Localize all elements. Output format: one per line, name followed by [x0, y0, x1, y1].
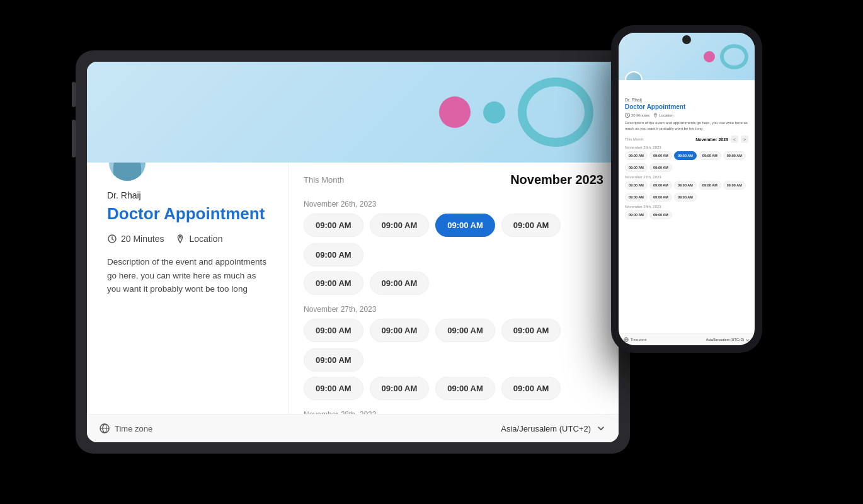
time-slot[interactable]: 09:00 AM: [370, 319, 430, 342]
appointment-title: Doctor Appointment: [107, 204, 268, 224]
phone-duration: 20 Minutes: [631, 113, 649, 117]
phone-doctor-name: Dr. Rhaij: [625, 98, 748, 102]
phone-date-label-nov27: November 27th, 2023: [625, 175, 748, 179]
phone-pill-decoration: [704, 51, 715, 62]
header-image-bg: [87, 62, 619, 163]
phone-time-slot[interactable]: 09:00 AM: [625, 163, 648, 172]
phone-date-label-nov26: November 26th, 2023: [625, 146, 748, 149]
left-panel-inner: Dr. Rhaij Doctor Appointment 2: [107, 163, 268, 296]
phone-this-month: This Month: [625, 137, 644, 141]
phone-time-slot[interactable]: 09:00 AM: [625, 210, 648, 219]
phone-duration-meta: 20 Minutes: [625, 113, 649, 118]
phone-time-slots-nov27-row2: 09:00 AM 09:00 AM 09:00 AM: [625, 193, 748, 202]
phone-time-slot[interactable]: 09:00 AM: [723, 151, 746, 160]
phone-time-slot[interactable]: 09:00 AM: [649, 151, 672, 160]
date-group-nov26: November 26th, 2023 09:00 AM 09:00 AM 09…: [304, 200, 603, 295]
phone-timezone-select[interactable]: Asia/Jerusalem (UTC+2): [706, 338, 750, 342]
phone-time-slot[interactable]: 09:00 AM: [625, 193, 648, 202]
svg-point-1: [180, 236, 181, 238]
phone-screen: Dr. Rhaij Doctor Appointment 20 Minutes: [619, 33, 755, 345]
date-label-nov26: November 26th, 2023: [304, 200, 603, 209]
timezone-select[interactable]: Asia/Jerusalem (UTC+2): [501, 423, 606, 433]
avatar-body: [113, 163, 141, 181]
time-slots-nov26: 09:00 AM 09:00 AM 09:00 AM 09:00 AM 09:0…: [304, 214, 603, 266]
phone-next-month-btn[interactable]: >: [741, 135, 748, 143]
time-slot[interactable]: 09:00 AM: [304, 319, 363, 342]
phone-timezone-left: Time zone: [624, 337, 646, 342]
tablet-button-top: [72, 82, 76, 107]
phone-meta-row: 20 Minutes Location: [625, 113, 748, 118]
phone-body[interactable]: Dr. Rhaij Doctor Appointment 20 Minutes: [619, 80, 755, 333]
phone-location-meta: Location: [653, 113, 673, 118]
phone-time-slot[interactable]: 09:00 AM: [649, 181, 672, 190]
phone-time-slot[interactable]: 09:00 AM: [649, 210, 672, 219]
timezone-label: Time zone: [115, 424, 152, 433]
time-slot-selected[interactable]: 09:00 AM: [435, 214, 495, 237]
phone-time-slots-nov26-row2: 09:00 AM 09:00 AM: [625, 163, 748, 172]
tablet-button-bottom: [72, 120, 76, 158]
description-text: Description of the event and appointment…: [107, 255, 268, 296]
location-meta: Location: [175, 234, 222, 244]
date-group-nov27: November 27th, 2023 09:00 AM 09:00 AM 09…: [304, 305, 603, 400]
phone-time-slot[interactable]: 09:00 AM: [674, 181, 697, 190]
phone-chevron-down-icon: [745, 338, 750, 342]
time-slot[interactable]: 09:00 AM: [370, 214, 430, 237]
globe-icon: [100, 423, 110, 433]
phone-time-slot[interactable]: 09:00 AM: [723, 181, 746, 190]
time-slot[interactable]: 09:00 AM: [304, 377, 363, 400]
phone-time-slots-nov26: 09:00 AM 09:00 AM 09:00 AM 09:00 AM 09:0…: [625, 151, 748, 160]
time-slot[interactable]: 09:00 AM: [304, 348, 363, 372]
time-slot[interactable]: 09:00 AM: [304, 243, 363, 266]
phone-prev-month-btn[interactable]: <: [731, 135, 738, 143]
time-slot[interactable]: 09:00 AM: [370, 377, 430, 400]
time-slot[interactable]: 09:00 AM: [501, 377, 561, 400]
time-slots-nov27-row2: 09:00 AM 09:00 AM 09:00 AM 09:00 AM: [304, 377, 603, 400]
phone-timezone-bar: Time zone Asia/Jerusalem (UTC+2): [619, 333, 755, 345]
tablet-device: Dr. Rhaij Doctor Appointment 2: [76, 50, 630, 454]
phone-timezone-value: Asia/Jerusalem (UTC+2): [706, 338, 744, 341]
svg-point-5: [655, 114, 656, 115]
timezone-bar: Time zone Asia/Jerusalem (UTC+2): [87, 414, 619, 442]
phone-location-icon: [653, 113, 658, 118]
phone-globe-icon: [624, 337, 629, 342]
calendar-header: This Month November 2023: [304, 173, 603, 187]
location-icon: [175, 234, 185, 244]
time-slots-nov26-row2: 09:00 AM 09:00 AM: [304, 272, 603, 295]
doctor-name: Dr. Rhaij: [107, 190, 268, 200]
date-label-nov27: November 27th, 2023: [304, 305, 603, 314]
phone-time-slot-selected[interactable]: 09:00 AM: [674, 151, 697, 160]
phone-description: Description of the event and appointment…: [625, 120, 748, 132]
pill-decoration-2: [483, 101, 505, 123]
time-slot[interactable]: 09:00 AM: [501, 319, 561, 342]
tablet-screen: Dr. Rhaij Doctor Appointment 2: [87, 62, 619, 442]
left-panel: Dr. Rhaij Doctor Appointment 2: [87, 163, 289, 414]
phone-date-group-nov26: November 26th, 2023 09:00 AM 09:00 AM 09…: [625, 146, 748, 172]
right-panel-calendar[interactable]: This Month November 2023 November 26th, …: [289, 163, 619, 414]
phone-device: Dr. Rhaij Doctor Appointment 20 Minutes: [611, 25, 762, 353]
phone-time-slot[interactable]: 09:00 AM: [625, 151, 648, 160]
phone-date-label-nov28: November 28th, 2023: [625, 205, 748, 209]
duration-label: 20 Minutes: [121, 234, 164, 244]
phone-time-slot[interactable]: 09:00 AM: [699, 181, 721, 190]
phone-stethoscope-decoration: [720, 44, 748, 69]
time-slot[interactable]: 09:00 AM: [370, 272, 430, 295]
phone-time-slots-nov28: 09:00 AM 09:00 AM: [625, 210, 748, 219]
time-slots-nov27: 09:00 AM 09:00 AM 09:00 AM 09:00 AM 09:0…: [304, 319, 603, 372]
time-slot[interactable]: 09:00 AM: [501, 214, 561, 237]
location-label: Location: [189, 234, 222, 244]
phone-month-title: November 2023: [695, 137, 728, 142]
phone-time-slot[interactable]: 09:00 AM: [625, 181, 648, 190]
phone-time-slot[interactable]: 09:00 AM: [649, 163, 672, 172]
phone-nav: < >: [731, 135, 748, 143]
time-slot[interactable]: 09:00 AM: [435, 377, 495, 400]
phone-time-slot[interactable]: 09:00 AM: [674, 193, 697, 202]
month-title: November 2023: [510, 173, 603, 187]
time-slot[interactable]: 09:00 AM: [304, 272, 363, 295]
time-slot[interactable]: 09:00 AM: [304, 214, 363, 237]
phone-timezone-label: Time zone: [631, 338, 646, 341]
time-slot[interactable]: 09:00 AM: [435, 319, 495, 342]
stethoscope-decoration: [518, 77, 593, 147]
phone-time-slot[interactable]: 09:00 AM: [699, 151, 721, 160]
phone-time-slot[interactable]: 09:00 AM: [649, 193, 672, 202]
tablet-content-area: Dr. Rhaij Doctor Appointment 2: [87, 163, 619, 414]
